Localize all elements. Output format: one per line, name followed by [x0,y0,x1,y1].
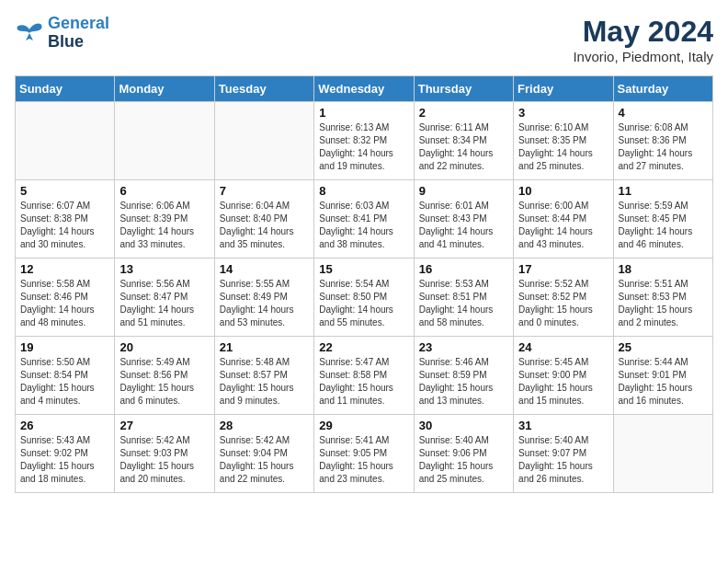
calendar-cell: 7Sunrise: 6:04 AM Sunset: 8:40 PM Daylig… [214,180,313,259]
calendar-cell: 1Sunrise: 6:13 AM Sunset: 8:32 PM Daylig… [314,102,414,180]
day-info: Sunrise: 6:04 AM Sunset: 8:40 PM Dayligh… [220,200,309,251]
day-number: 28 [220,419,309,432]
day-number: 26 [20,419,109,432]
calendar-cell: 2Sunrise: 6:11 AM Sunset: 8:34 PM Daylig… [414,102,513,180]
logo: General Blue [15,15,109,52]
day-info: Sunrise: 5:50 AM Sunset: 8:54 PM Dayligh… [20,356,109,408]
day-number: 25 [619,340,708,354]
day-info: Sunrise: 6:00 AM Sunset: 8:44 PM Dayligh… [518,200,608,251]
day-number: 30 [419,419,508,432]
day-number: 6 [119,184,209,198]
day-number: 20 [119,340,209,354]
calendar-week-row: 26Sunrise: 5:43 AM Sunset: 9:02 PM Dayli… [16,415,713,493]
calendar-cell: 6Sunrise: 6:06 AM Sunset: 8:39 PM Daylig… [115,180,214,259]
day-info: Sunrise: 5:58 AM Sunset: 8:46 PM Dayligh… [20,278,109,329]
calendar-cell: 11Sunrise: 5:59 AM Sunset: 8:45 PM Dayli… [613,180,712,259]
calendar-cell: 3Sunrise: 6:10 AM Sunset: 8:35 PM Daylig… [514,102,613,180]
day-number: 8 [319,184,408,198]
calendar-subtitle: Invorio, Piedmont, Italy [573,49,713,64]
day-info: Sunrise: 5:52 AM Sunset: 8:52 PM Dayligh… [518,278,608,329]
calendar-week-row: 1Sunrise: 6:13 AM Sunset: 8:32 PM Daylig… [16,102,713,180]
calendar-cell: 9Sunrise: 6:01 AM Sunset: 8:43 PM Daylig… [414,180,513,259]
logo-icon [15,20,44,46]
calendar-cell: 23Sunrise: 5:46 AM Sunset: 8:59 PM Dayli… [414,337,513,415]
calendar-week-row: 5Sunrise: 6:07 AM Sunset: 8:38 PM Daylig… [16,180,713,259]
day-info: Sunrise: 5:53 AM Sunset: 8:51 PM Dayligh… [419,278,508,329]
day-number: 18 [619,262,708,276]
day-number: 13 [119,262,209,276]
calendar-cell: 14Sunrise: 5:55 AM Sunset: 8:49 PM Dayli… [214,259,313,337]
calendar-cell [115,102,214,180]
calendar-cell [214,102,313,180]
calendar-header: SundayMondayTuesdayWednesdayThursdayFrid… [16,76,713,102]
day-number: 21 [220,340,309,354]
day-of-week-header: Thursday [414,76,513,102]
day-of-week-header: Monday [115,76,214,102]
calendar-cell: 30Sunrise: 5:40 AM Sunset: 9:06 PM Dayli… [414,415,513,493]
calendar-cell: 15Sunrise: 5:54 AM Sunset: 8:50 PM Dayli… [314,259,414,337]
day-number: 9 [419,184,508,198]
calendar-cell [613,415,712,493]
calendar-cell: 16Sunrise: 5:53 AM Sunset: 8:51 PM Dayli… [414,259,513,337]
day-number: 16 [419,262,508,276]
calendar-cell: 4Sunrise: 6:08 AM Sunset: 8:36 PM Daylig… [613,102,712,180]
day-info: Sunrise: 6:03 AM Sunset: 8:41 PM Dayligh… [319,200,408,251]
calendar-cell: 25Sunrise: 5:44 AM Sunset: 9:01 PM Dayli… [613,337,712,415]
calendar-title: May 2024 [573,15,713,49]
day-info: Sunrise: 5:41 AM Sunset: 9:05 PM Dayligh… [319,434,408,486]
calendar-cell: 10Sunrise: 6:00 AM Sunset: 8:44 PM Dayli… [514,180,613,259]
calendar-cell: 20Sunrise: 5:49 AM Sunset: 8:56 PM Dayli… [115,337,214,415]
day-of-week-header: Sunday [16,76,115,102]
day-info: Sunrise: 5:48 AM Sunset: 8:57 PM Dayligh… [220,356,309,408]
calendar-week-row: 12Sunrise: 5:58 AM Sunset: 8:46 PM Dayli… [16,259,713,337]
day-info: Sunrise: 6:07 AM Sunset: 8:38 PM Dayligh… [20,200,109,251]
calendar-cell: 8Sunrise: 6:03 AM Sunset: 8:41 PM Daylig… [314,180,414,259]
day-number: 2 [419,106,508,120]
day-info: Sunrise: 6:13 AM Sunset: 8:32 PM Dayligh… [319,121,408,173]
calendar-cell: 21Sunrise: 5:48 AM Sunset: 8:57 PM Dayli… [214,337,313,415]
title-block: May 2024 Invorio, Piedmont, Italy [573,15,713,64]
day-info: Sunrise: 5:44 AM Sunset: 9:01 PM Dayligh… [619,356,708,408]
day-of-week-header: Tuesday [214,76,313,102]
day-of-week-header: Saturday [613,76,712,102]
day-info: Sunrise: 5:49 AM Sunset: 8:56 PM Dayligh… [119,356,209,408]
day-number: 15 [319,262,408,276]
day-info: Sunrise: 6:06 AM Sunset: 8:39 PM Dayligh… [119,200,209,251]
day-number: 22 [319,340,408,354]
calendar-cell: 12Sunrise: 5:58 AM Sunset: 8:46 PM Dayli… [16,259,115,337]
day-number: 3 [518,106,608,120]
page-header: General Blue May 2024 Invorio, Piedmont,… [15,15,713,64]
day-info: Sunrise: 5:45 AM Sunset: 9:00 PM Dayligh… [518,356,608,408]
day-info: Sunrise: 5:42 AM Sunset: 9:04 PM Dayligh… [220,434,309,486]
day-info: Sunrise: 5:47 AM Sunset: 8:58 PM Dayligh… [319,356,408,408]
calendar-cell: 5Sunrise: 6:07 AM Sunset: 8:38 PM Daylig… [16,180,115,259]
day-info: Sunrise: 6:11 AM Sunset: 8:34 PM Dayligh… [419,121,508,173]
calendar-cell: 28Sunrise: 5:42 AM Sunset: 9:04 PM Dayli… [214,415,313,493]
calendar-cell: 13Sunrise: 5:56 AM Sunset: 8:47 PM Dayli… [115,259,214,337]
day-number: 7 [220,184,309,198]
day-info: Sunrise: 6:10 AM Sunset: 8:35 PM Dayligh… [518,121,608,173]
day-of-week-header: Wednesday [314,76,414,102]
day-number: 23 [419,340,508,354]
calendar-cell: 26Sunrise: 5:43 AM Sunset: 9:02 PM Dayli… [16,415,115,493]
calendar-cell [16,102,115,180]
day-info: Sunrise: 6:01 AM Sunset: 8:43 PM Dayligh… [419,200,508,251]
day-number: 24 [518,340,608,354]
calendar-cell: 24Sunrise: 5:45 AM Sunset: 9:00 PM Dayli… [514,337,613,415]
day-info: Sunrise: 5:51 AM Sunset: 8:53 PM Dayligh… [619,278,708,329]
calendar-cell: 18Sunrise: 5:51 AM Sunset: 8:53 PM Dayli… [613,259,712,337]
calendar-cell: 19Sunrise: 5:50 AM Sunset: 8:54 PM Dayli… [16,337,115,415]
calendar-cell: 31Sunrise: 5:40 AM Sunset: 9:07 PM Dayli… [514,415,613,493]
day-number: 17 [518,262,608,276]
day-number: 14 [220,262,309,276]
day-number: 11 [619,184,708,198]
day-number: 27 [119,419,209,432]
day-info: Sunrise: 6:08 AM Sunset: 8:36 PM Dayligh… [619,121,708,173]
day-info: Sunrise: 5:54 AM Sunset: 8:50 PM Dayligh… [319,278,408,329]
day-info: Sunrise: 5:40 AM Sunset: 9:07 PM Dayligh… [518,434,608,486]
day-number: 19 [20,340,109,354]
day-info: Sunrise: 5:43 AM Sunset: 9:02 PM Dayligh… [20,434,109,486]
calendar-cell: 27Sunrise: 5:42 AM Sunset: 9:03 PM Dayli… [115,415,214,493]
calendar-cell: 17Sunrise: 5:52 AM Sunset: 8:52 PM Dayli… [514,259,613,337]
calendar-table: SundayMondayTuesdayWednesdayThursdayFrid… [15,75,713,493]
